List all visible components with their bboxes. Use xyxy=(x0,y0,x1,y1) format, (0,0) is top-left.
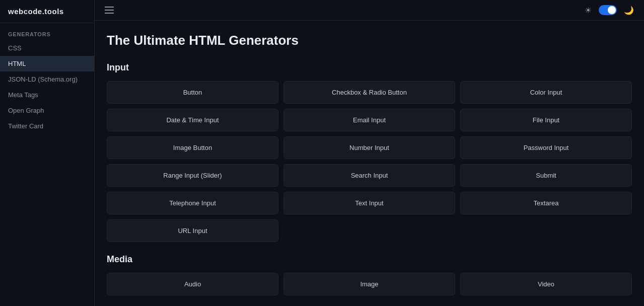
sidebar-item-css[interactable]: CSS xyxy=(0,40,94,56)
logo: webcode.tools xyxy=(0,0,94,23)
grid-item[interactable]: Date & Time Input xyxy=(107,109,278,131)
grid-row: AudioImageVideo xyxy=(107,273,632,295)
grid-row: Range Input (Slider)Search InputSubmit xyxy=(107,164,632,187)
topbar-left xyxy=(105,7,114,14)
sidebar-item-html[interactable]: HTML xyxy=(0,56,94,71)
grid-row: Date & Time InputEmail InputFile Input xyxy=(107,109,632,131)
topbar: ☀ 🌙 xyxy=(95,0,644,21)
grid-item[interactable]: Video xyxy=(460,273,632,295)
sidebar-item-twitter-card[interactable]: Twitter Card xyxy=(0,118,94,134)
section-title-media: Media xyxy=(107,254,632,265)
grid-item[interactable]: Checkbox & Radio Button xyxy=(283,81,455,104)
grid-row: Image ButtonNumber InputPassword Input xyxy=(107,136,632,159)
content-area: The Ultimate HTML Generators InputButton… xyxy=(95,21,644,306)
grid-item[interactable]: Password Input xyxy=(460,136,632,159)
section-input: InputButtonCheckbox & Radio ButtonColor … xyxy=(107,62,632,242)
dark-mode-toggle[interactable] xyxy=(599,5,617,15)
grid-item[interactable]: Search Input xyxy=(283,164,455,187)
sidebar: webcode.tools GENERATORS CSSHTMLJSON-LD … xyxy=(0,0,95,306)
hamburger-menu[interactable] xyxy=(105,7,114,14)
grid-item[interactable]: Textarea xyxy=(460,192,632,214)
sidebar-item-json-ld[interactable]: JSON-LD (Schema.org) xyxy=(0,71,94,87)
grid-row: Telephone InputText InputTextarea xyxy=(107,192,632,214)
grid-item[interactable]: Email Input xyxy=(283,109,455,131)
grid-item[interactable]: Image Button xyxy=(107,136,278,159)
grid-item[interactable]: File Input xyxy=(460,109,632,131)
sidebar-item-open-graph[interactable]: Open Graph xyxy=(0,103,94,118)
grid-item[interactable]: Submit xyxy=(460,164,632,187)
section-title-input: Input xyxy=(107,62,632,73)
topbar-controls: ☀ 🌙 xyxy=(585,5,634,15)
grid-item[interactable]: Color Input xyxy=(460,81,632,104)
grid-row: ButtonCheckbox & Radio ButtonColor Input xyxy=(107,81,632,104)
grid-row: URL Input xyxy=(107,219,632,242)
page-title: The Ultimate HTML Generators xyxy=(107,33,632,48)
grid-item[interactable]: URL Input xyxy=(107,219,278,242)
sidebar-section-label: GENERATORS xyxy=(0,23,94,40)
grid-item[interactable]: Number Input xyxy=(283,136,455,159)
grid-item[interactable]: Text Input xyxy=(283,192,455,214)
sidebar-item-meta-tags[interactable]: Meta Tags xyxy=(0,87,94,103)
sun-icon[interactable]: ☀ xyxy=(585,6,592,15)
grid-item[interactable]: Range Input (Slider) xyxy=(107,164,278,187)
grid-item[interactable]: Audio xyxy=(107,273,278,295)
grid-item[interactable]: Button xyxy=(107,81,278,104)
moon-icon[interactable]: 🌙 xyxy=(624,6,634,15)
grid-item[interactable]: Image xyxy=(283,273,455,295)
section-media: MediaAudioImageVideo xyxy=(107,254,632,295)
grid-item[interactable]: Telephone Input xyxy=(107,192,278,214)
main-content: ☀ 🌙 The Ultimate HTML Generators InputBu… xyxy=(95,0,644,306)
